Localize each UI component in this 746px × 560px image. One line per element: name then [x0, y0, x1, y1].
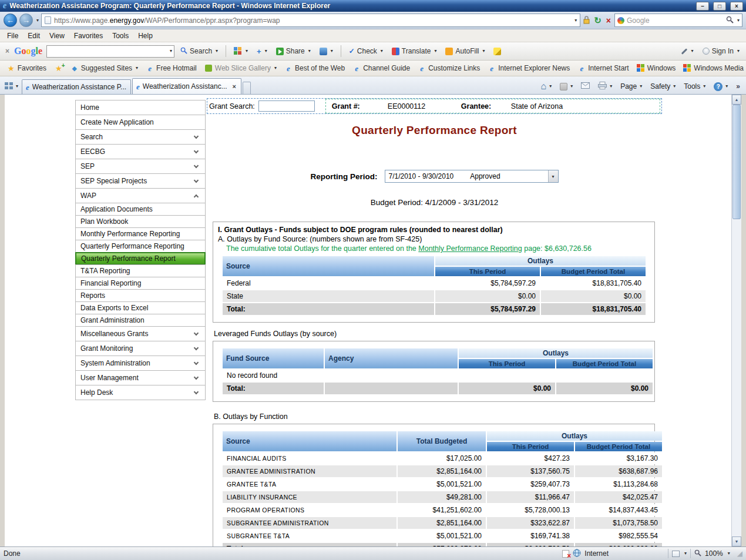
- menu-file[interactable]: File: [2, 30, 23, 42]
- sidebar-item-data-exports-to-excel[interactable]: Data Exports to Excel: [75, 301, 206, 314]
- new-tab-stub[interactable]: [243, 82, 251, 94]
- sidebar-item-create-new-application[interactable]: Create New Application: [75, 115, 206, 130]
- toolbar-search-button[interactable]: Search ▾: [177, 45, 221, 58]
- toolbar-options-button[interactable]: ▾: [678, 47, 697, 55]
- menu-favorites[interactable]: Favorites: [69, 30, 107, 42]
- sidebar-item-grant-administration[interactable]: Grant Administration: [75, 314, 206, 327]
- autofill-button[interactable]: AutoFill▾: [442, 45, 488, 57]
- sidebar-item-user-management[interactable]: User Management: [75, 370, 206, 385]
- sidebar-item-grant-monitoring[interactable]: Grant Monitoring: [75, 341, 206, 356]
- menu-help[interactable]: Help: [133, 30, 157, 42]
- home-button[interactable]: ⌂▾: [537, 79, 555, 94]
- menu-edit[interactable]: Edit: [23, 30, 45, 42]
- stop-button[interactable]: ×: [605, 16, 612, 25]
- feeds-button[interactable]: ▾: [556, 79, 576, 94]
- maximize-button[interactable]: □: [713, 2, 726, 11]
- column-header-this-period[interactable]: This Period: [459, 359, 555, 368]
- sidebar-item-monthly-performance-reporting[interactable]: Monthly Performance Reporting: [75, 227, 206, 240]
- search-box[interactable]: ▾: [614, 14, 742, 27]
- sidebar-item-wap[interactable]: WAP: [75, 188, 206, 203]
- zoom-level[interactable]: 100%: [705, 549, 723, 558]
- close-button[interactable]: ×: [730, 2, 743, 11]
- resize-grip[interactable]: ◢: [737, 549, 742, 558]
- reporting-period-select[interactable]: 7/1/2010 - 9/30/2010 Approved ▾: [385, 170, 559, 183]
- favorites-item-internet-start[interactable]: eInternet Start: [574, 62, 632, 74]
- close-toolbar-icon[interactable]: ×: [4, 47, 11, 55]
- column-header-this-period[interactable]: This Period: [487, 442, 574, 451]
- sidebar-item-search[interactable]: Search: [75, 129, 206, 145]
- highlighter-button[interactable]: [490, 46, 504, 57]
- read-mail-button[interactable]: [577, 79, 593, 94]
- tab-list-dropdown[interactable]: ▾: [16, 84, 18, 89]
- back-button[interactable]: ←: [4, 14, 17, 27]
- monthly-performance-reporting-link[interactable]: Monthly Performance Reporting: [418, 244, 522, 253]
- sidebar-item-reports[interactable]: Reports: [75, 289, 206, 302]
- sidebar-item-system-administration[interactable]: System Administration: [75, 356, 206, 371]
- column-header-budget-period-total[interactable]: Budget Period Total: [556, 359, 653, 368]
- vertical-scrollbar[interactable]: ▲ ▼: [731, 95, 741, 546]
- toolbar-search-dropdown[interactable]: ▾: [170, 49, 172, 53]
- minimize-button[interactable]: –: [696, 2, 709, 11]
- tab-close-button[interactable]: ×: [231, 83, 237, 90]
- print-button[interactable]: ▾: [594, 79, 616, 94]
- page-menu-button[interactable]: Page▾: [617, 79, 646, 94]
- favorites-button[interactable]: ★Favorites: [4, 62, 51, 74]
- favorites-item-free-hotmail[interactable]: eFree Hotmail: [142, 62, 200, 74]
- tab-2-active[interactable]: e Weatherization Assistanc... ×: [132, 78, 241, 94]
- sign-in-button[interactable]: Sign In▾: [700, 45, 742, 57]
- recent-pages-dropdown[interactable]: ▾: [36, 18, 39, 23]
- view-mode-icon[interactable]: [672, 551, 680, 557]
- favorites-item-customize-links[interactable]: eCustomize Links: [414, 62, 483, 74]
- sidebar-item-plan-workbook[interactable]: Plan Workbook: [75, 215, 206, 228]
- refresh-button[interactable]: ↻: [593, 15, 603, 26]
- address-bar[interactable]: https://www.page.energy.gov/WAP/Performa…: [41, 14, 580, 27]
- favorites-item-channel-guide[interactable]: eChannel Guide: [349, 62, 414, 74]
- sidebar-item-quarterly-performance-reporting[interactable]: Quarterly Performance Reporting: [75, 240, 206, 253]
- sidebar-item-application-documents[interactable]: Application Documents: [75, 203, 206, 216]
- menu-view[interactable]: View: [45, 30, 69, 42]
- sidebar-item-help-desk[interactable]: Help Desk: [75, 385, 206, 400]
- sidebar-item-sep-special-projects[interactable]: SEP Special Projects: [75, 173, 206, 189]
- sidebar-item-home[interactable]: Home: [75, 100, 206, 115]
- scrollbar-thumb[interactable]: [732, 105, 741, 219]
- sidebar-item-miscellaneous-grants[interactable]: Miscellaneous Grants: [75, 326, 206, 341]
- toolbar-overflow-button[interactable]: »: [732, 79, 744, 94]
- sidebar-item-quarterly-performance-report[interactable]: Quarterly Performance Report: [75, 252, 206, 265]
- column-header-budget-period-total[interactable]: Budget Period Total: [541, 267, 646, 276]
- sidebar-item-financial-reporting[interactable]: Financial Reporting: [75, 277, 206, 290]
- search-input[interactable]: [627, 16, 724, 25]
- favorites-item-web-slice-gallery[interactable]: Web Slice Gallery▾: [201, 62, 280, 74]
- column-header-budget-period-total[interactable]: Budget Period Total: [575, 442, 662, 451]
- bookmarks-button[interactable]: ▾: [231, 45, 251, 57]
- search-magnifier-icon[interactable]: [726, 16, 734, 25]
- help-button[interactable]: ?▾: [710, 79, 731, 94]
- favorites-item-suggested-sites[interactable]: ◆Suggested Sites▾: [67, 62, 142, 74]
- chevron-down-icon[interactable]: ▾: [684, 551, 687, 556]
- tab-1[interactable]: e Weatherization Assistance P...: [22, 79, 131, 94]
- sidebar-item-tta-reporting[interactable]: T&TA Reporting: [75, 264, 206, 277]
- sidebar-item-eecbg[interactable]: EECBG: [75, 144, 206, 159]
- toolbar-search-input[interactable]: [49, 47, 169, 55]
- toolbar-search-field[interactable]: ▾: [46, 45, 174, 58]
- grant-search-input[interactable]: [258, 100, 315, 112]
- translate-button[interactable]: Translate▾: [389, 45, 440, 57]
- favorites-item-windows-media[interactable]: Windows Media: [680, 62, 746, 74]
- zoom-dropdown[interactable]: ▾: [728, 551, 730, 556]
- forward-button[interactable]: →: [19, 14, 33, 27]
- column-header-this-period[interactable]: This Period: [435, 267, 540, 276]
- favorites-item-windows[interactable]: Windows: [633, 62, 680, 74]
- tools-menu-button[interactable]: Tools▾: [680, 79, 709, 94]
- address-dropdown[interactable]: ▾: [574, 18, 577, 23]
- sidebar-item-sep[interactable]: SEP: [75, 159, 206, 174]
- search-dropdown[interactable]: ▾: [737, 18, 740, 23]
- quick-tabs-button[interactable]: [5, 82, 13, 91]
- menu-tools[interactable]: Tools: [107, 30, 133, 42]
- chevron-down-icon[interactable]: ▾: [548, 170, 558, 182]
- scroll-up-button[interactable]: ▲: [732, 95, 741, 105]
- scrollbar-track[interactable]: [732, 105, 741, 536]
- favorites-item-best-of-the-web[interactable]: eBest of the Web: [281, 62, 348, 74]
- sidewiki-button[interactable]: ▾: [317, 46, 336, 57]
- favorites-item-ie-news[interactable]: eInternet Explorer News: [484, 62, 573, 74]
- scroll-down-button[interactable]: ▼: [732, 536, 741, 546]
- spellcheck-button[interactable]: ✓Check▾: [346, 45, 386, 57]
